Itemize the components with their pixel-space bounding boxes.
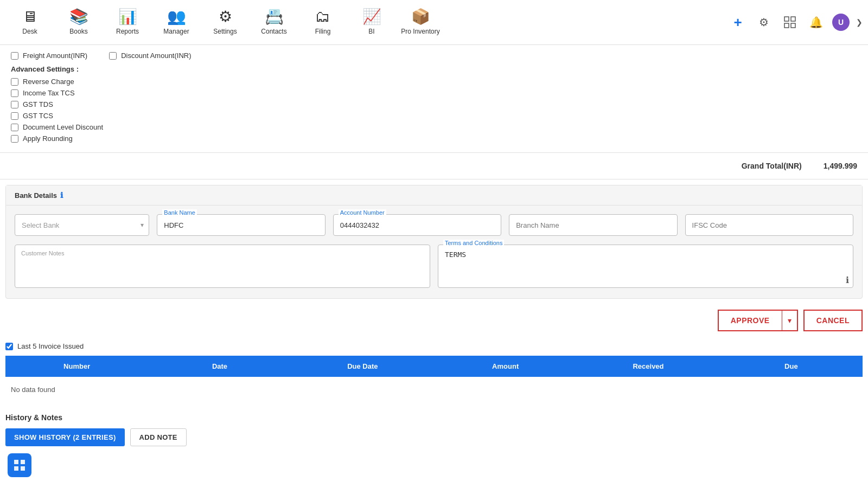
apply-rounding-check[interactable] (11, 135, 18, 143)
terms-label: Terms and Conditions (443, 240, 504, 246)
nav-item-desk[interactable]: Desk (5, 0, 54, 45)
grid-icon[interactable] (780, 12, 800, 32)
doc-level-discount-check[interactable] (11, 124, 18, 131)
approve-dropdown-button[interactable]: ▾ (782, 310, 798, 331)
col-date: Date (148, 356, 291, 377)
bank-name-input[interactable] (157, 214, 325, 236)
nav-item-reports[interactable]: Reports (103, 0, 152, 45)
svg-rect-3 (791, 23, 795, 28)
history-title: History & Notes (5, 413, 863, 422)
gst-tcs-checkbox[interactable]: GST TCS (11, 112, 857, 120)
apply-rounding-checkbox[interactable]: Apply Rounding (11, 134, 857, 143)
account-number-label: Account Number (339, 209, 386, 216)
svg-rect-1 (791, 17, 795, 21)
history-section: History & Notes SHOW HISTORY (2 ENTRIES)… (0, 408, 868, 457)
nav-right: + ⚙ 🔔 U ❯ (728, 12, 863, 32)
bottom-left-grid-icon[interactable] (8, 453, 31, 477)
col-due-date: Due Date (291, 356, 434, 377)
gst-tds-check[interactable] (11, 101, 18, 108)
customer-notes-input[interactable] (15, 245, 430, 288)
bank-details-header: Bank Details ℹ (6, 185, 862, 206)
bi-icon (362, 8, 381, 25)
nav-label-proinventory: Pro Inventory (401, 28, 439, 35)
svg-rect-2 (784, 23, 789, 28)
last5-checkbox-row: Last 5 Invoice Issued (5, 342, 863, 350)
col-due: Due (720, 356, 863, 377)
nav-item-settings[interactable]: Settings (201, 0, 250, 45)
apply-rounding-label: Apply Rounding (23, 134, 73, 143)
nav-label-manager: Manager (163, 28, 189, 35)
nav-label-desk: Desk (22, 28, 37, 35)
svg-rect-7 (21, 466, 25, 471)
income-tax-tcs-label: Income Tax TCS (23, 89, 75, 97)
nav-label-contacts: Contacts (261, 28, 286, 35)
manager-icon (167, 8, 186, 25)
freight-amount-checkbox[interactable]: Freight Amount(INR) (11, 52, 87, 60)
top-section: Freight Amount(INR) Discount Amount(INR)… (0, 45, 868, 153)
nav-label-books: Books (69, 28, 87, 35)
terms-input[interactable] (438, 245, 853, 288)
bank-details-section: Bank Details ℹ Select Bank ▾ Bank Name A… (5, 185, 863, 299)
filing-icon (315, 8, 330, 25)
reverse-charge-checkbox[interactable]: Reverse Charge (11, 78, 857, 86)
add-button[interactable]: + (728, 12, 748, 32)
nav-item-contacts[interactable]: Contacts (250, 0, 298, 45)
show-history-button[interactable]: SHOW HISTORY (2 ENTRIES) (5, 428, 125, 446)
doc-level-discount-label: Document Level Discount (23, 123, 103, 131)
nav-label-filing: Filing (315, 28, 331, 35)
branch-name-input[interactable] (509, 214, 677, 236)
proinv-icon (411, 8, 430, 25)
income-tax-tcs-check[interactable] (11, 89, 18, 97)
terms-info-icon: ℹ (846, 275, 849, 285)
freight-row: Freight Amount(INR) Discount Amount(INR) (11, 52, 857, 60)
col-number: Number (5, 356, 148, 377)
grand-total-value: 1,499.999 (824, 162, 857, 170)
avatar[interactable]: U (832, 14, 850, 31)
nav-item-bi[interactable]: BI (347, 0, 396, 45)
nav-item-proinventory[interactable]: Pro Inventory (396, 0, 445, 45)
select-bank-wrapper: Select Bank ▾ (15, 214, 149, 236)
nav-label-bi: BI (368, 28, 374, 35)
nav-item-manager[interactable]: Manager (152, 0, 201, 45)
advanced-settings: Advanced Settings : Reverse Charge Incom… (11, 65, 857, 143)
freight-amount-check[interactable] (11, 52, 18, 60)
grand-total-row: Grand Total(INR) 1,499.999 (0, 153, 868, 179)
ifsc-input[interactable] (685, 214, 853, 236)
action-buttons-row: APPROVE ▾ CANCEL (0, 304, 868, 337)
last5-checkbox[interactable] (5, 343, 13, 350)
gst-tds-checkbox[interactable]: GST TDS (11, 100, 857, 108)
top-navigation: Desk Books Reports Manager Settings Cont… (0, 0, 868, 45)
notification-icon[interactable]: 🔔 (806, 12, 826, 32)
nav-item-books[interactable]: Books (54, 0, 103, 45)
nav-label-reports: Reports (116, 28, 139, 35)
terms-group: Terms and Conditions ℹ (438, 245, 853, 290)
gst-tds-label: GST TDS (23, 100, 53, 108)
nav-item-filing[interactable]: Filing (298, 0, 347, 45)
cancel-button[interactable]: CANCEL (803, 310, 863, 331)
income-tax-tcs-checkbox[interactable]: Income Tax TCS (11, 89, 857, 97)
notes-row: Customer Notes Terms and Conditions ℹ (6, 245, 862, 298)
branch-name-field (509, 214, 677, 236)
discount-amount-checkbox[interactable]: Discount Amount(INR) (109, 52, 191, 60)
svg-rect-4 (14, 460, 18, 464)
discount-amount-label: Discount Amount(INR) (121, 52, 191, 60)
nav-chevron[interactable]: ❯ (856, 18, 863, 27)
approve-button[interactable]: APPROVE (718, 310, 782, 331)
doc-level-discount-checkbox[interactable]: Document Level Discount (11, 123, 857, 131)
bank-name-label: Bank Name (162, 209, 196, 216)
settings-gear-icon[interactable]: ⚙ (754, 12, 774, 32)
reports-icon (118, 8, 137, 25)
nav-label-settings: Settings (213, 28, 237, 35)
last5-label: Last 5 Invoice Issued (17, 342, 84, 350)
select-bank[interactable]: Select Bank (15, 214, 149, 236)
reverse-charge-check[interactable] (11, 78, 18, 86)
history-buttons: SHOW HISTORY (2 ENTRIES) ADD NOTE (5, 428, 863, 446)
nav-items: Desk Books Reports Manager Settings Cont… (5, 0, 445, 45)
main-content: Freight Amount(INR) Discount Amount(INR)… (0, 45, 868, 457)
discount-amount-check[interactable] (109, 52, 117, 60)
add-note-button[interactable]: ADD NOTE (130, 428, 187, 446)
desk-icon (22, 8, 37, 25)
ifsc-field (685, 214, 853, 236)
account-number-input[interactable] (333, 214, 501, 236)
gst-tcs-check[interactable] (11, 112, 18, 120)
